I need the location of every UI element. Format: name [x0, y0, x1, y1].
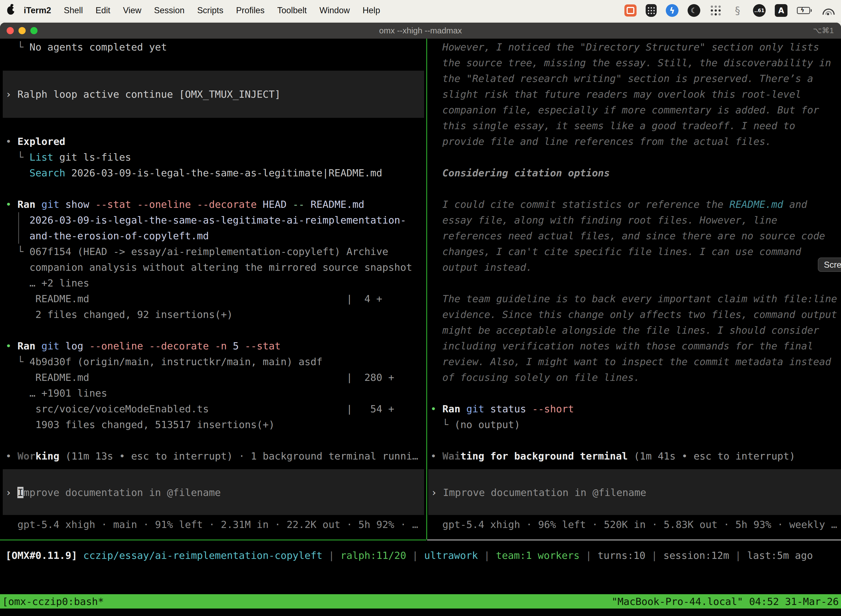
prompt-input-box[interactable]: › Ralph loop active continue [OMX_TMUX_I… [3, 70, 424, 118]
terminal-line: README.md | 4 + [6, 291, 426, 307]
text-segment: [OMX#0.11.9] [6, 550, 77, 561]
battery-glyph: ϟ [800, 7, 804, 13]
terminal-line [6, 118, 426, 133]
tmux-pane-left[interactable]: └ No agents completed yet› Ralph loop ac… [0, 39, 426, 540]
text-segment: companion file, especially if more comme… [431, 104, 819, 116]
terminal-line: review. Also, I might want to inspect th… [431, 354, 841, 370]
menu-items: iTerm2ShellEditViewSessionScriptsProfile… [24, 6, 387, 15]
text-segment: | [322, 550, 340, 561]
window-titlebar[interactable]: omx --xhigh --madmax ⌥⌘1 [0, 23, 841, 39]
percent-badge-glyph: ..61 [755, 8, 765, 13]
input-source-a-icon[interactable]: A [775, 4, 787, 17]
terminal-line: › Ralph loop active continue [OMX_TMUX_I… [6, 87, 424, 102]
tmux-pane-right[interactable]: However, I noticed the "Directory Struct… [427, 39, 841, 540]
terminal-area: └ No agents completed yet› Ralph loop ac… [0, 39, 841, 616]
text-segment [6, 167, 29, 179]
terminal-line: essay file, along with finding root file… [431, 212, 841, 228]
terminal-line: this single essay, it seems like a good … [431, 118, 841, 133]
text-segment: -- [287, 199, 305, 210]
terminal-line: └ 067f154 (HEAD -> essay/ai-reimplementa… [6, 244, 426, 260]
terminal-line: └ No agents completed yet [6, 39, 426, 55]
text-segment: references need actual files, and since … [431, 230, 825, 242]
wifi-icon[interactable] [821, 4, 834, 17]
text-segment: List [29, 151, 54, 163]
dots-grid-icon[interactable] [709, 4, 722, 17]
text-segment: README.md | 280 + [6, 372, 394, 383]
tmux-session-label[interactable]: [omx-cczip0:bash* [0, 594, 104, 609]
menu-item-shell[interactable]: Shell [64, 6, 83, 15]
terminal-line: output instead. [431, 260, 841, 275]
left-prompt-input[interactable]: › Improve documentation in @filename [3, 469, 424, 515]
shield-grid-icon[interactable] [646, 4, 657, 17]
terminal-line: the "Related research writing" section i… [431, 70, 841, 87]
left-usage-status-line: gpt-5.4 xhigh · main · 91% left · 2.31M … [0, 517, 426, 532]
pane-bottom-border-inactive [427, 540, 841, 540]
terminal-line: • Waiting for background terminal (1m 41… [431, 448, 841, 464]
text-segment: (11m 13s • esc to interrupt) · 1 backgro… [59, 450, 418, 462]
menu-item-view[interactable]: View [123, 6, 142, 15]
terminal-line: … +2 lines [6, 275, 426, 291]
text-segment: Ran [18, 199, 35, 210]
text-segment: might be acceptable alongside the file l… [431, 324, 819, 336]
menu-item-scripts[interactable]: Scripts [197, 6, 224, 15]
text-segment: └ [431, 419, 454, 430]
text-segment: | [580, 550, 598, 561]
text-segment [35, 340, 41, 352]
terminal-line: • Ran git log --oneline --decorate -n 5 … [6, 338, 426, 354]
terminal-line: • Ran git status --short [431, 401, 841, 417]
text-segment: output instead. [431, 262, 532, 273]
right-pane-transcript: However, I noticed the "Directory Struct… [431, 39, 841, 464]
terminal-line: the source tree, missing the essay. Stil… [431, 55, 841, 70]
text-segment: (no output) [454, 419, 520, 430]
text-segment: log [59, 340, 84, 352]
iterm-window: omx --xhigh --madmax ⌥⌘1 └ No agents com… [0, 23, 841, 616]
menu-bar-status-icons: ϟ☾§..61Aϟ [624, 4, 834, 17]
terminal-line: src/voice/voiceModeEnabled.ts | 54 + [6, 401, 426, 417]
terminal-line: └ (no output) [431, 417, 841, 433]
menu-item-session[interactable]: Session [154, 6, 184, 15]
text-segment: › [6, 487, 18, 498]
blue-bolt-icon[interactable]: ϟ [666, 4, 678, 17]
wifi-glyph [827, 13, 829, 15]
text-segment: › [431, 487, 443, 498]
terminal-line: › Improve documentation in @filename [6, 485, 424, 500]
text-segment: • [6, 340, 18, 352]
text-segment [35, 199, 41, 210]
menu-item-help[interactable]: Help [363, 6, 380, 15]
text-segment: provide file and line references from th… [431, 136, 771, 147]
text-segment: -n [209, 340, 227, 352]
right-prompt-input[interactable]: › Improve documentation in @filename [428, 469, 841, 515]
input-source-a-glyph: A [778, 6, 784, 15]
text-segment: README.md [730, 199, 783, 210]
text-segment: gpt-5.4 xhigh · main · 91% left · 2.31M … [6, 519, 418, 530]
text-segment: mprove documentation in @filename [23, 487, 221, 498]
terminal-line: The team guideline is to back every impo… [431, 291, 841, 307]
terminal-line [431, 181, 841, 197]
text-segment: ralph:11/20 [340, 550, 406, 561]
percent-badge-icon[interactable]: ..61 [753, 4, 766, 17]
text-segment: The team guideline is to back every impo… [431, 293, 837, 304]
text-segment: (1m 41s • esc to interrupt) [628, 450, 795, 462]
chat-bubble-icon[interactable] [624, 4, 637, 16]
text-segment: No agents completed yet [29, 41, 167, 53]
menu-item-profiles[interactable]: Profiles [236, 6, 264, 15]
moon-icon[interactable]: ☾ [687, 4, 700, 17]
terminal-line: of focusing solely on file lines. [431, 370, 841, 385]
terminal-line: might be acceptable alongside the file l… [431, 322, 841, 338]
apple-logo-icon[interactable] [7, 6, 14, 15]
terminal-line [6, 433, 426, 448]
menu-item-toolbelt[interactable]: Toolbelt [277, 6, 307, 15]
text-segment: Improve documentation in @filename [443, 487, 646, 498]
text-segment: evidence. Since this change only affects… [431, 309, 837, 320]
text-segment: I could cite commit statistics or refere… [431, 199, 730, 210]
menu-item-iterm2[interactable]: iTerm2 [24, 6, 51, 15]
text-segment: However, I noticed the "Directory Struct… [431, 41, 819, 53]
text-segment: the "Related research writing" section i… [431, 73, 813, 84]
battery-icon[interactable]: ϟ [797, 4, 812, 17]
squiggle-icon[interactable]: § [731, 4, 744, 17]
menu-item-edit[interactable]: Edit [95, 6, 110, 15]
terminal-line [431, 149, 841, 165]
menu-item-window[interactable]: Window [319, 6, 350, 15]
terminal-line: README.md | 280 + [6, 370, 426, 385]
terminal-line: Considering citation options [431, 165, 841, 181]
